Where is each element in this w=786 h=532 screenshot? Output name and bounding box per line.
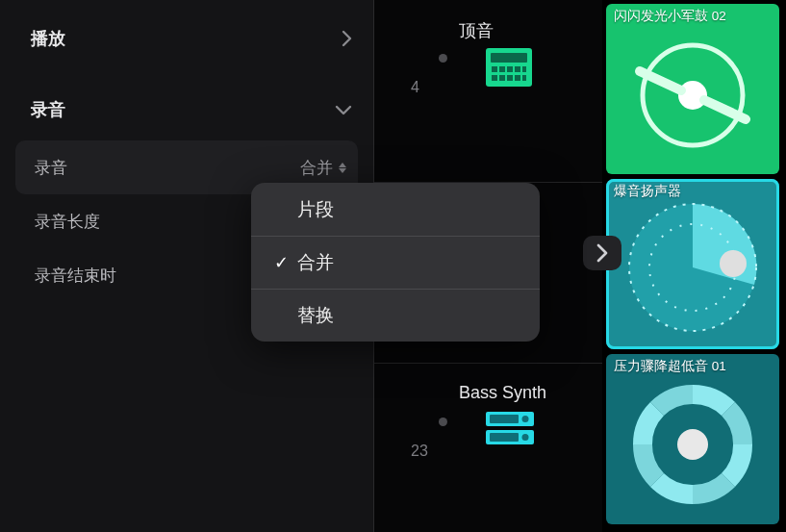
record-mode-menu: 片段 ✓ 合并 替换	[251, 183, 540, 342]
svg-rect-4	[507, 66, 513, 72]
clip-title: 闪闪发光小军鼓 02	[614, 8, 726, 25]
record-section-label: 录音	[31, 98, 65, 121]
svg-point-26	[720, 250, 747, 277]
track-header[interactable]: 顶音 4	[374, 0, 602, 183]
menu-item-label: 片段	[293, 197, 334, 222]
svg-rect-6	[522, 66, 526, 72]
clip-title: 爆音扬声器	[614, 183, 681, 200]
record-length-label: 录音长度	[35, 211, 100, 233]
record-end-label: 录音结束时	[35, 265, 116, 287]
clip-column: 闪闪发光小军鼓 02 爆音扬声器 压力骤降超低音 01	[602, 0, 786, 532]
menu-item-merge[interactable]: ✓ 合并	[251, 236, 540, 289]
svg-point-15	[522, 416, 529, 422]
svg-rect-11	[522, 75, 526, 81]
svg-rect-1	[491, 53, 527, 63]
track-name: 顶音	[459, 19, 494, 42]
clip-cell[interactable]: 闪闪发光小军鼓 02	[606, 4, 779, 174]
svg-rect-9	[507, 75, 513, 81]
record-arm-icon[interactable]	[439, 54, 447, 63]
svg-rect-2	[492, 66, 497, 72]
svg-rect-16	[490, 433, 519, 442]
svg-rect-8	[499, 75, 505, 81]
svg-point-28	[677, 429, 708, 460]
clip-title: 压力骤降超低音 01	[614, 358, 726, 375]
record-mode-value: 合并	[300, 157, 333, 179]
svg-rect-14	[490, 415, 519, 423]
svg-rect-10	[515, 75, 520, 81]
synth-rack-icon	[486, 412, 534, 448]
menu-item-label: 替换	[293, 303, 334, 328]
svg-rect-3	[499, 66, 505, 72]
track-header[interactable]: Bass Synth 23	[374, 364, 602, 532]
clip-cell[interactable]: 压力骤降超低音 01	[606, 354, 779, 524]
clip-cell[interactable]: 爆音扬声器	[606, 179, 779, 349]
updown-icon	[339, 163, 346, 173]
svg-rect-5	[515, 66, 520, 72]
playback-section-header[interactable]: 播放	[0, 17, 373, 60]
chevron-right-icon	[342, 30, 352, 47]
svg-rect-7	[492, 75, 497, 81]
clip-waveform-icon	[606, 179, 779, 349]
menu-item-take[interactable]: 片段	[251, 183, 540, 236]
svg-point-17	[522, 434, 529, 441]
record-arm-icon[interactable]	[439, 418, 447, 426]
record-mode-label: 录音	[35, 157, 67, 179]
expand-button[interactable]	[583, 236, 621, 270]
record-section-header[interactable]: 录音	[0, 89, 373, 131]
menu-item-label: 合并	[293, 250, 334, 275]
chevron-down-icon	[335, 105, 352, 115]
clip-waveform-icon	[606, 354, 779, 524]
svg-point-20	[678, 81, 707, 110]
menu-item-replace[interactable]: 替换	[251, 289, 540, 342]
check-icon: ✓	[268, 252, 293, 273]
track-number: 4	[411, 79, 419, 96]
drum-machine-icon	[486, 48, 532, 90]
clip-waveform-icon	[606, 4, 779, 174]
track-number: 23	[411, 443, 428, 460]
playback-label: 播放	[31, 27, 65, 50]
track-name: Bass Synth	[459, 383, 546, 403]
